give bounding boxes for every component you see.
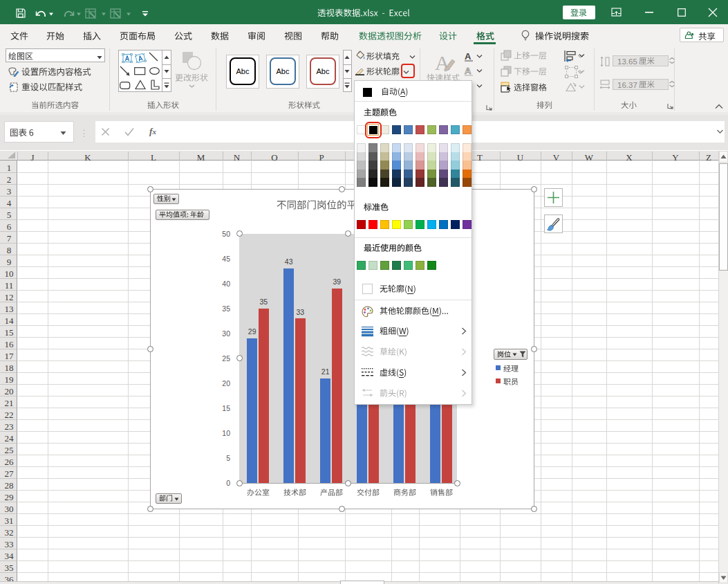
svg-text:A: A: [435, 51, 450, 74]
svg-text:A: A: [465, 51, 472, 62]
svg-text:A: A: [465, 66, 472, 76]
